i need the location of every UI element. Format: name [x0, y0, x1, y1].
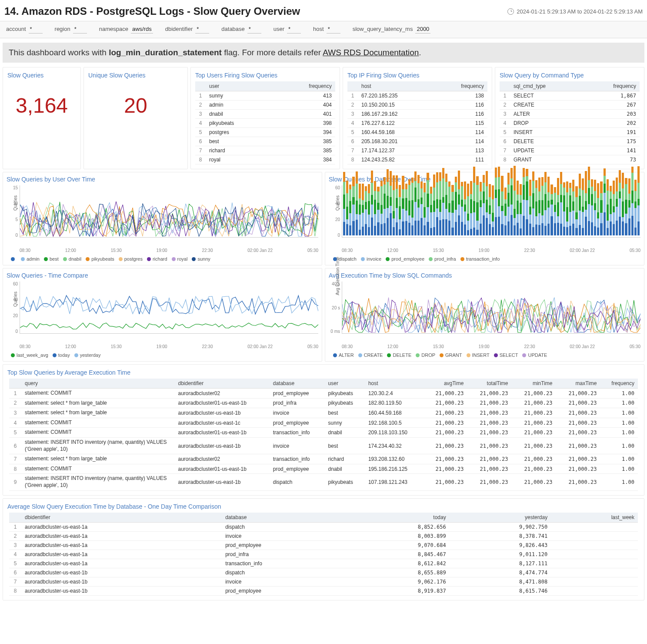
legend-item[interactable]: today [53, 352, 70, 358]
legend-item[interactable]: admin [21, 256, 40, 262]
table-row[interactable]: 1SELECT1,867 [500, 91, 640, 101]
x-axis: 08:3012:0015:3019:0022:3002:00 Jan 2205:… [342, 344, 640, 349]
legend-item[interactable]: postgres [119, 256, 143, 262]
filter-slow_query_latency_ms[interactable]: slow_query_latency_ms2000 [353, 26, 431, 34]
table-row[interactable]: 7statement: select * from large_tableaur… [9, 454, 638, 464]
legend-item[interactable]: dnabil [63, 256, 81, 262]
chart-plot[interactable] [342, 282, 640, 334]
legend-item[interactable]: best [44, 256, 59, 262]
table-row[interactable]: 8auroradbcluster-us-east-1bprod_employee… [9, 586, 638, 595]
legend-item[interactable]: INSERT [467, 352, 490, 358]
table-row[interactable]: 5auroradbcluster-us-east-1atransaction_i… [9, 559, 638, 568]
table-row[interactable]: 4DROP202 [500, 119, 640, 128]
legend: adminbestdnabilpikyubeatspostgresrichard… [11, 256, 318, 262]
table-row[interactable]: 1statement: COMMITauroradbcluster02prod_… [9, 389, 638, 399]
filter-value[interactable]: * [195, 26, 209, 34]
table-row[interactable]: 3auroradbcluster-us-east-1aprod_employee… [9, 540, 638, 550]
filter-host[interactable]: host* [313, 26, 340, 34]
table-row[interactable]: 4statement: COMMITauroradbcluster-us-eas… [9, 418, 638, 428]
filter-dbidentifier[interactable]: dbidentifier* [165, 26, 210, 34]
table-top-ip: hostfrequency167.220.185.235138210.150.2… [347, 81, 487, 164]
table-row[interactable]: 5INSERT191 [500, 128, 640, 137]
filter-value[interactable]: * [73, 26, 87, 34]
table-row[interactable]: 210.150.200.15116 [347, 101, 487, 110]
legend-item[interactable]: royal [172, 256, 188, 262]
chart-plot[interactable] [20, 185, 318, 238]
legend-item[interactable]: last_week_avg [11, 352, 48, 358]
time-range-picker[interactable]: 2024-01-21 5:29:13 AM to 2024-01-22 5:29… [507, 8, 643, 15]
filter-value[interactable]: * [29, 26, 43, 34]
legend-item[interactable] [11, 256, 17, 262]
table-row[interactable]: 5statement: COMMITauroradbcluster01-us-e… [9, 428, 638, 438]
table-row[interactable]: 6best385 [195, 137, 335, 146]
panel-chart-exec-time: Avg Execution Time by Slow SQL Commands … [325, 268, 644, 362]
legend-item[interactable]: pikyubeats [86, 256, 114, 262]
filter-value[interactable]: * [287, 26, 301, 34]
table-row[interactable]: 3186.167.29.162116 [347, 110, 487, 119]
table-row[interactable]: 7auroradbcluster-us-east-1binvoice9,062.… [9, 577, 638, 586]
table-row[interactable]: 167.220.185.235138 [347, 91, 487, 101]
banner-text: This dashboard works with [9, 48, 109, 57]
table-row[interactable]: 6205.168.30.201114 [347, 137, 487, 146]
table-row[interactable]: 3statement: select * from large_tableaur… [9, 408, 638, 418]
table-row[interactable]: 4pikyubeats398 [195, 119, 335, 128]
table-row[interactable]: 2admin404 [195, 101, 335, 110]
table-row[interactable]: 2statement: select * from large_tableaur… [9, 398, 638, 408]
info-banner: This dashboard works with log_min_durati… [3, 43, 644, 63]
table-row[interactable]: 8GRANT73 [500, 155, 640, 164]
table-row[interactable]: 7UPDATE141 [500, 146, 640, 155]
panel-top-slow-queries: Top Slow Queries by Average Execution Ti… [3, 364, 644, 496]
filter-account[interactable]: account* [6, 26, 43, 34]
filter-user[interactable]: user* [273, 26, 301, 34]
legend-item[interactable]: DELETE [387, 352, 411, 358]
table-row[interactable]: 1auroradbcluster-us-east-1adispatch8,852… [9, 522, 638, 531]
y-axis: 6040200 [7, 282, 18, 334]
legend-item[interactable]: invoice [361, 256, 381, 262]
legend-item[interactable]: ALTER [333, 352, 354, 358]
table-row[interactable]: 717.174.122.37113 [347, 146, 487, 155]
legend-item[interactable]: CREATE [358, 352, 383, 358]
table-row[interactable]: 1sunny413 [195, 91, 335, 101]
table-row[interactable]: 5160.44.59.168114 [347, 128, 487, 137]
legend-item[interactable]: DROP [416, 352, 435, 358]
chart-plot[interactable] [20, 282, 318, 334]
legend-item[interactable]: UPDATE [522, 352, 547, 358]
table-row[interactable]: 8statement: COMMITauroradbcluster01-us-e… [9, 464, 638, 474]
legend-item[interactable]: sunny [192, 256, 210, 262]
table-row[interactable]: 4176.227.6.122115 [347, 119, 487, 128]
table-row[interactable]: 6DELETE175 [500, 137, 640, 146]
filter-value[interactable]: 2000 [415, 26, 430, 34]
aws-docs-link[interactable]: AWS RDS Documentation [323, 48, 419, 57]
legend-item[interactable]: prod_infra [429, 256, 456, 262]
table-row[interactable]: 6auroradbcluster-us-east-1bdispatch8,655… [9, 568, 638, 577]
filter-database[interactable]: database* [221, 26, 261, 34]
legend-item[interactable]: GRANT [440, 352, 462, 358]
table-row[interactable]: 3ALTER203 [500, 110, 640, 119]
chart-plot[interactable] [342, 185, 640, 238]
table-row[interactable]: 7richard385 [195, 146, 335, 155]
panel-slow-queries: Slow Queries 3,164 [3, 67, 81, 169]
y-axis: 151050 [7, 185, 18, 238]
legend-item[interactable]: SELECT [494, 352, 518, 358]
y-axis: 6040200 [330, 185, 340, 238]
table-row[interactable]: 3dnabil401 [195, 110, 335, 119]
filter-value[interactable]: * [247, 26, 261, 34]
table-row[interactable]: 2CREATE267 [500, 101, 640, 110]
clock-icon [507, 8, 514, 15]
panel-title: Slow Queries - Time Compare [7, 272, 318, 279]
legend-item[interactable]: richard [147, 256, 167, 262]
filter-value[interactable]: aws/rds [131, 26, 153, 34]
filter-value[interactable]: * [327, 26, 340, 34]
table-row[interactable]: 8124.243.25.82111 [347, 155, 487, 164]
legend-item[interactable]: transaction_info [460, 256, 500, 262]
legend-item[interactable]: prod_employee [386, 256, 424, 262]
table-row[interactable]: 4auroradbcluster-us-east-1aprod_infra8,8… [9, 550, 638, 559]
table-row[interactable]: 5postgres394 [195, 128, 335, 137]
filter-region[interactable]: region* [55, 26, 87, 34]
filter-namespace[interactable]: namespaceaws/rds [99, 26, 153, 34]
table-row[interactable]: 2auroradbcluster-us-east-1ainvoice8,003.… [9, 531, 638, 540]
legend-item[interactable]: yesterday [74, 352, 101, 358]
table-row[interactable]: 6statement: INSERT INTO inventory (name,… [9, 437, 638, 454]
table-row[interactable]: 9statement: INSERT INTO inventory (name,… [9, 474, 638, 490]
table-row[interactable]: 8royal384 [195, 155, 335, 164]
